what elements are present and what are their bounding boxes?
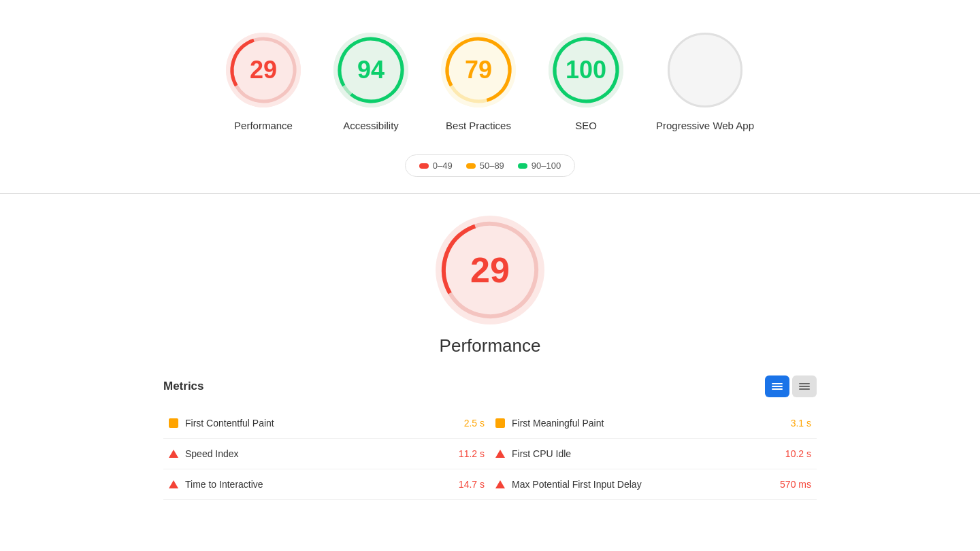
metric-name-tti: Time to Interactive: [185, 479, 459, 490]
seo-gauge: 100: [549, 33, 623, 107]
legend-range-green: 90–100: [532, 161, 561, 171]
metrics-grid: First Contentful Paint 2.5 s First Meani…: [163, 408, 817, 500]
legend-dot-orange: [466, 163, 476, 169]
metric-value-fid: 570 ms: [780, 479, 811, 490]
metric-icon-triangle-fid: [495, 480, 505, 488]
metric-icon-triangle-fci: [495, 450, 505, 458]
score-item-accessibility[interactable]: 94 Accessibility: [333, 33, 408, 133]
performance-gauge: 29: [226, 33, 301, 107]
pwa-label: Progressive Web App: [656, 118, 754, 133]
metric-time-to-interactive: Time to Interactive 14.7 s: [163, 469, 490, 500]
list-view-button[interactable]: [792, 375, 817, 397]
view-toggle: [765, 375, 817, 397]
seo-label: SEO: [575, 118, 597, 133]
metric-max-potential-fid: Max Potential First Input Delay 570 ms: [490, 469, 817, 500]
metric-name-fmp: First Meaningful Paint: [512, 418, 791, 429]
metric-value-tti: 14.7 s: [459, 479, 485, 490]
legend-range-orange: 50–89: [480, 161, 504, 171]
perf-title: Performance: [440, 335, 541, 356]
score-item-best-practices[interactable]: 79 Best Practices: [441, 33, 516, 133]
metric-value-fci: 10.2 s: [785, 448, 811, 459]
legend-pill: 0–49 50–89 90–100: [405, 154, 575, 177]
metric-icon-triangle-tti: [169, 480, 178, 488]
legend-dot-red: [419, 163, 429, 169]
perf-detail-section: 29 Performance Metrics: [0, 194, 980, 527]
pwa-gauge: PWA: [668, 33, 742, 107]
score-item-pwa[interactable]: PWA Progressive Web App: [656, 33, 754, 133]
metric-first-cpu-idle: First CPU Idle 10.2 s: [490, 439, 817, 469]
metric-name-fid: Max Potential First Input Delay: [512, 479, 780, 490]
score-item-seo[interactable]: 100 SEO: [549, 33, 623, 133]
large-performance-gauge: 29: [436, 216, 544, 324]
metric-first-contentful-paint: First Contentful Paint 2.5 s: [163, 408, 490, 439]
metric-value-fmp: 3.1 s: [791, 418, 811, 429]
legend-item-green: 90–100: [518, 161, 561, 171]
metric-name-fci: First CPU Idle: [512, 448, 785, 459]
performance-label: Performance: [234, 118, 293, 133]
metric-icon-square-fmp: [495, 418, 505, 428]
legend-section: 0–49 50–89 90–100: [0, 154, 980, 177]
metric-name-fcp: First Contentful Paint: [185, 418, 464, 429]
grid-view-button[interactable]: [765, 375, 789, 397]
best-practices-label: Best Practices: [446, 118, 511, 133]
legend-range-red: 0–49: [433, 161, 453, 171]
best-practices-score: 79: [465, 56, 492, 84]
metric-value-si: 11.2 s: [459, 448, 485, 459]
seo-score: 100: [566, 56, 606, 84]
metrics-header: Metrics: [163, 375, 817, 397]
best-practices-gauge: 79: [441, 33, 516, 107]
large-performance-score: 29: [470, 250, 510, 290]
metric-name-si: Speed Index: [185, 448, 459, 459]
legend-dot-green: [518, 163, 527, 169]
performance-score: 29: [250, 56, 277, 84]
metric-icon-square: [169, 418, 178, 428]
scores-section: 29 Performance 94 Accessibility 79 Best …: [0, 0, 980, 154]
score-item-performance[interactable]: 29 Performance: [226, 33, 301, 133]
accessibility-gauge: 94: [333, 33, 408, 107]
metrics-container: Metrics: [163, 375, 817, 500]
legend-item-orange: 50–89: [466, 161, 504, 171]
accessibility-label: Accessibility: [343, 118, 399, 133]
accessibility-score: 94: [357, 56, 385, 84]
metric-first-meaningful-paint: First Meaningful Paint 3.1 s: [490, 408, 817, 439]
metrics-title: Metrics: [163, 380, 204, 393]
metric-value-fcp: 2.5 s: [464, 418, 485, 429]
list-view-icon: [799, 383, 810, 390]
metric-icon-triangle-si: [169, 450, 178, 458]
grid-view-icon: [772, 383, 783, 390]
metric-speed-index: Speed Index 11.2 s: [163, 439, 490, 469]
legend-item-red: 0–49: [419, 161, 453, 171]
